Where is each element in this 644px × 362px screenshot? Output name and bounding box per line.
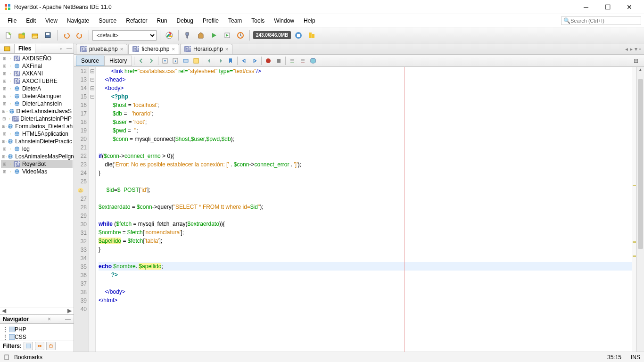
macro-stop-button[interactable] bbox=[274, 56, 283, 66]
profile-ide-button[interactable] bbox=[306, 30, 317, 41]
menu-navigate[interactable]: Navigate bbox=[62, 16, 94, 26]
nav-item-css[interactable]: ⋮CSS bbox=[2, 333, 72, 340]
code-editor[interactable]: 1213141516171819202122232425⚠27282930313… bbox=[74, 67, 644, 352]
memory-indicator[interactable]: 243.0/846.0MB bbox=[253, 31, 291, 39]
menu-debug[interactable]: Debug bbox=[172, 16, 198, 26]
tab-maximize-icon[interactable]: ▫ bbox=[639, 46, 641, 52]
navigator-minimize-icon[interactable]: — bbox=[65, 316, 71, 322]
redo-button[interactable] bbox=[74, 30, 85, 41]
next-bookmark-button[interactable] bbox=[215, 56, 225, 66]
build-button[interactable] bbox=[182, 30, 193, 41]
tab-close-icon[interactable]: × bbox=[225, 46, 228, 52]
profile-button[interactable] bbox=[235, 30, 246, 41]
nav-back-button[interactable] bbox=[136, 56, 146, 66]
sidebar-tab-files[interactable]: Files bbox=[15, 44, 35, 53]
toggle-bookmark-button[interactable] bbox=[226, 56, 235, 66]
project-AXFinal[interactable]: ⊞◦AXFinal bbox=[1, 62, 73, 70]
comment-button[interactable] bbox=[288, 56, 297, 66]
minimize-button[interactable]: ─ bbox=[575, 0, 597, 14]
project-DieterA[interactable]: ⊞◦DieterA bbox=[1, 85, 73, 92]
svg-point-67 bbox=[40, 345, 41, 347]
menu-team[interactable]: Team bbox=[223, 16, 247, 26]
svg-text:+: + bbox=[9, 32, 12, 36]
menu-source[interactable]: Source bbox=[94, 16, 121, 26]
menu-view[interactable]: View bbox=[41, 16, 62, 26]
maximize-button[interactable]: ☐ bbox=[597, 0, 619, 14]
project-VideoMas[interactable]: ⊞◦VideoMas bbox=[1, 168, 73, 175]
new-project-button[interactable] bbox=[16, 30, 27, 41]
project-Formularios_DieterLah[interactable]: ⊞◦Formularios_DieterLah bbox=[1, 123, 73, 130]
filter-btn-3[interactable] bbox=[46, 342, 56, 350]
tab-scroll-left-icon[interactable]: ◂ bbox=[625, 46, 628, 52]
project-AXKANI[interactable]: ⊞◦phpAXKANI bbox=[1, 70, 73, 77]
sidebar-tab-icon2[interactable]: ▫ bbox=[57, 45, 65, 52]
project-DieterLahnsteinJavaS[interactable]: ⊞◦DieterLahnsteinJavaS bbox=[1, 107, 73, 115]
find-selection-button[interactable] bbox=[181, 56, 190, 66]
nav-item-php[interactable]: ⋮PHP bbox=[2, 326, 72, 333]
find-next-button[interactable] bbox=[171, 56, 180, 66]
menu-edit[interactable]: Edit bbox=[21, 16, 41, 26]
project-DieterLahnstein[interactable]: ⊞◦DieterLahnstein bbox=[1, 100, 73, 107]
project-log[interactable]: ⊞◦log bbox=[1, 145, 73, 153]
run-button[interactable] bbox=[208, 30, 220, 41]
macro-record-button[interactable] bbox=[264, 56, 273, 66]
browser-button[interactable] bbox=[164, 30, 175, 41]
tab-Horario.php[interactable]: phpHorario.php× bbox=[180, 44, 232, 54]
tab-scroll-right-icon[interactable]: ▸ bbox=[630, 46, 633, 52]
undo-button[interactable] bbox=[61, 30, 72, 41]
sidebar-minimize-icon[interactable]: — bbox=[65, 45, 74, 52]
tab-fichero.php[interactable]: phpfichero.php× bbox=[128, 44, 179, 54]
save-all-button[interactable] bbox=[42, 30, 54, 41]
menu-file[interactable]: File bbox=[3, 16, 21, 26]
clean-build-button[interactable] bbox=[195, 30, 206, 41]
nav-fwd-button[interactable] bbox=[147, 56, 156, 66]
project-RoyerBot[interactable]: ⊞◦phpRoyerBot bbox=[1, 160, 73, 168]
project-AXOCTUBRE[interactable]: ⊞◦phpAXOCTUBRE bbox=[1, 77, 73, 85]
project-DieterLahnsteinPHP[interactable]: ⊞◦phpDieterLahnsteinPHP bbox=[1, 115, 73, 123]
navigator-close-icon[interactable]: × bbox=[48, 316, 51, 322]
vertical-scrollbar[interactable]: ▴ bbox=[636, 67, 644, 352]
tab-list-icon[interactable]: ▾ bbox=[635, 46, 637, 52]
debug-button[interactable] bbox=[222, 30, 233, 41]
search-input[interactable] bbox=[570, 18, 639, 24]
shift-right-button[interactable] bbox=[250, 56, 259, 66]
toggle-highlight-button[interactable] bbox=[191, 56, 201, 66]
project-DieterAlamguer[interactable]: ⊞◦DieterAlamguer bbox=[1, 92, 73, 100]
project-LosAnimalesMasPeligro[interactable]: ⊞◦LosAnimalesMasPeligro bbox=[1, 153, 73, 160]
error-stripe[interactable] bbox=[632, 67, 636, 352]
editor-split-icon[interactable]: ⊞ bbox=[634, 58, 642, 64]
gc-button[interactable] bbox=[293, 30, 304, 41]
project-AXDISEÑO[interactable]: ⊞◦phpAXDISEÑO bbox=[1, 55, 73, 62]
filter-btn-2[interactable] bbox=[35, 342, 44, 350]
sidebar-tab-icon[interactable] bbox=[0, 44, 15, 53]
tab-close-icon[interactable]: × bbox=[172, 46, 175, 52]
find-prev-button[interactable] bbox=[160, 56, 170, 66]
tree-scrollbar[interactable]: ◀▶ bbox=[0, 307, 74, 314]
quick-search[interactable]: 🔍 bbox=[561, 16, 641, 25]
svg-rect-83 bbox=[277, 59, 281, 63]
menu-refactor[interactable]: Refactor bbox=[121, 16, 152, 26]
new-file-button[interactable]: + bbox=[3, 30, 14, 41]
tab-close-icon[interactable]: × bbox=[120, 46, 123, 52]
uncomment-button[interactable] bbox=[298, 56, 307, 66]
open-project-button[interactable] bbox=[29, 30, 41, 41]
project-LahnsteinDieterPractic[interactable]: ⊞◦LahnsteinDieterPractic bbox=[1, 138, 73, 145]
project-HTML5Application[interactable]: ⊞◦HTML5Application bbox=[1, 130, 73, 138]
filter-btn-1[interactable] bbox=[24, 342, 33, 350]
menu-run[interactable]: Run bbox=[152, 16, 172, 26]
project-tree[interactable]: ⊞◦phpAXDISEÑO⊞◦AXFinal⊞◦phpAXKANI⊞◦phpAX… bbox=[0, 54, 74, 307]
menu-help[interactable]: Help bbox=[299, 16, 320, 26]
history-view-button[interactable]: History bbox=[104, 56, 132, 66]
source-view-button[interactable]: Source bbox=[76, 56, 104, 66]
tab-prueba.php[interactable]: phpprueba.php× bbox=[76, 44, 127, 54]
prev-bookmark-button[interactable] bbox=[205, 56, 215, 66]
bookmarks-icon[interactable] bbox=[4, 354, 9, 360]
menu-window[interactable]: Window bbox=[269, 16, 299, 26]
close-button[interactable]: ✕ bbox=[619, 0, 640, 14]
menu-profile[interactable]: Profile bbox=[198, 16, 223, 26]
bookmarks-label[interactable]: Bookmarks bbox=[14, 354, 42, 361]
shift-left-button[interactable] bbox=[239, 56, 249, 66]
menu-tools[interactable]: Tools bbox=[247, 16, 269, 26]
db-button[interactable] bbox=[308, 56, 318, 66]
config-select[interactable]: <default> bbox=[92, 30, 157, 41]
